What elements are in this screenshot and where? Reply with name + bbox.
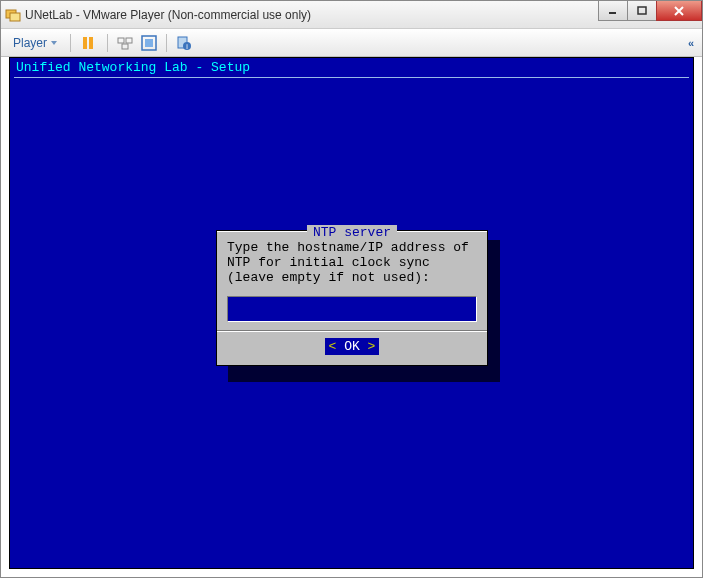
svg-rect-5 <box>89 37 93 49</box>
svg-rect-8 <box>122 44 128 49</box>
window-title: UNetLab - VMware Player (Non-commercial … <box>25 8 311 22</box>
svg-rect-1 <box>10 13 20 21</box>
window-titlebar: UNetLab - VMware Player (Non-commercial … <box>1 1 702 29</box>
dialog-message: Type the hostname/IP address of NTP for … <box>217 239 487 292</box>
toolbar-separator <box>107 34 108 52</box>
vm-console[interactable]: Unified Networking Lab - Setup NTP serve… <box>9 57 694 569</box>
toolbar: Player i « <box>1 29 702 57</box>
toolbar-separator <box>166 34 167 52</box>
window-controls <box>599 1 702 21</box>
svg-rect-3 <box>638 7 646 14</box>
svg-rect-6 <box>118 38 124 43</box>
player-menu-label: Player <box>13 36 47 50</box>
app-icon <box>5 7 21 23</box>
svg-rect-10 <box>145 39 153 47</box>
ntp-dialog: NTP server Type the hostname/IP address … <box>216 230 488 366</box>
minimize-button[interactable] <box>598 1 628 21</box>
ok-button[interactable]: < OK > <box>325 338 380 355</box>
send-ctrl-alt-del-button[interactable] <box>115 33 135 53</box>
pause-vm-button[interactable] <box>78 33 98 53</box>
terminal-header: Unified Networking Lab - Setup <box>10 58 693 75</box>
chevron-down-icon <box>51 41 57 45</box>
manage-button[interactable]: i <box>174 33 194 53</box>
fullscreen-button[interactable] <box>139 33 159 53</box>
ok-button-label: OK <box>344 339 360 354</box>
toolbar-separator <box>70 34 71 52</box>
svg-rect-7 <box>126 38 132 43</box>
close-button[interactable] <box>656 1 702 21</box>
dialog-title: NTP server <box>307 225 397 240</box>
collapse-toolbar-button[interactable]: « <box>688 37 694 49</box>
svg-rect-4 <box>83 37 87 49</box>
maximize-button[interactable] <box>627 1 657 21</box>
player-menu-button[interactable]: Player <box>7 34 63 52</box>
ntp-server-input[interactable] <box>227 296 477 322</box>
terminal-divider <box>14 77 689 78</box>
